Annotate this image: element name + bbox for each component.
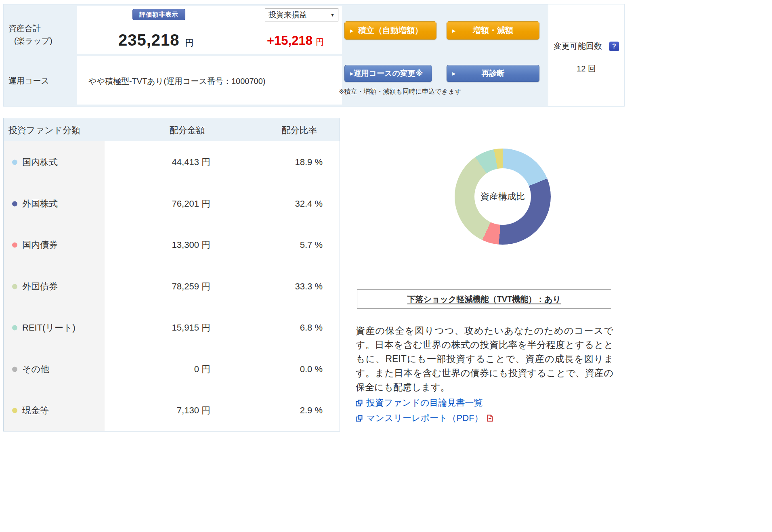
monthly-report-link-label: マンスリーレポート（PDF） (366, 412, 483, 424)
fund-ratio: 6.8 % (230, 323, 323, 333)
arrow-right-icon: ▶ (350, 28, 353, 33)
fund-label: 国内株式 (22, 156, 58, 168)
fund-label: その他 (22, 363, 49, 375)
fund-amount: 13,300 円 (105, 239, 210, 251)
fund-ratio: 2.9 % (230, 405, 323, 416)
fund-label: REIT(リート) (22, 322, 76, 334)
table-row: その他 0 円 0.0 % (4, 348, 340, 390)
pdf-icon (487, 415, 493, 422)
help-icon[interactable]: ? (609, 42, 619, 51)
tsumitate-button-label: 積立（自動増額） (358, 25, 423, 36)
table-row: REIT(リート) 15,915 円 6.8 % (4, 307, 340, 348)
fund-color-dot (12, 325, 17, 330)
tvt-feature-title: 下落ショック軽減機能（TVT機能）：あり (407, 294, 561, 305)
column-header-ratio: 配分比率 (254, 124, 345, 136)
fund-allocation-table: 投資ファンド分類 配分金額 配分比率 国内株式 44,413 円 18.9 % … (3, 118, 340, 431)
table-row: 外国株式 76,201 円 32.4 % (4, 183, 340, 224)
course-value: やや積極型-TVTあり(運用コース番号：1000700) (88, 76, 265, 87)
asset-total-label: 資産合計 (楽ラップ) (8, 22, 52, 47)
arrow-right-icon: ▶ (350, 71, 353, 76)
arrow-right-icon: ▶ (452, 28, 455, 33)
column-header-fund-class: 投資ファンド分類 (8, 124, 80, 136)
fund-label: 現金等 (22, 404, 49, 417)
prospectus-link-label: 投資ファンドの目論見書一覧 (366, 397, 483, 409)
fund-color-dot (12, 159, 17, 165)
fund-amount: 76,201 円 (105, 198, 210, 210)
asset-total-label-line1: 資産合計 (8, 22, 52, 35)
asset-donut-chart: 資産構成比 (455, 149, 551, 245)
external-link-icon (356, 400, 363, 406)
course-description: 資産の保全を図りつつ、攻めたいあなたのためのコースです。日本を含む世界の株式の投… (356, 324, 613, 394)
change-count-panel: 変更可能回数 ? 12 回 (548, 4, 625, 107)
prospectus-link[interactable]: 投資ファンドの目論見書一覧 (356, 397, 493, 409)
rakuten-wrap-dashboard: 資産合計 (楽ラップ) 評価額非表示 235,218 円 投資来損益 ▼ +15… (0, 0, 772, 532)
rediagnosis-button-label: 再診断 (482, 68, 505, 79)
hide-valuation-button[interactable]: 評価額非表示 (132, 9, 185, 20)
monthly-report-link[interactable]: マンスリーレポート（PDF） (356, 412, 493, 424)
external-link-icon (356, 415, 363, 422)
fund-color-dot (12, 408, 17, 413)
course-label: 運用コース (8, 75, 49, 86)
change-course-button[interactable]: ▶ 運用コースの変更※ (344, 65, 432, 82)
fund-amount: 15,915 円 (105, 322, 210, 334)
tvt-feature-box: 下落ショック軽減機能（TVT機能）：あり (357, 289, 611, 309)
fund-label: 外国株式 (22, 198, 58, 210)
total-asset-unit: 円 (185, 37, 194, 48)
zougaku-gengaku-button[interactable]: ▶ 増額・減額 (447, 21, 539, 40)
donut-center: 資産構成比 (474, 168, 531, 225)
tsumitate-button[interactable]: ▶ 積立（自動増額） (344, 21, 436, 40)
rediagnosis-button[interactable]: ▶ 再診断 (447, 65, 539, 82)
total-asset-value: 235,218 (118, 31, 180, 49)
table-header-row: 投資ファンド分類 配分金額 配分比率 (4, 118, 340, 141)
fund-amount: 78,259 円 (105, 281, 210, 293)
change-count-label: 変更可能回数 (554, 41, 602, 52)
arrow-right-icon: ▶ (452, 71, 455, 76)
fund-amount: 0 円 (105, 363, 210, 375)
simultaneous-apply-note: ※積立・増額・減額も同時に申込できます (339, 88, 462, 96)
account-summary-panel: 資産合計 (楽ラップ) 評価額非表示 235,218 円 投資来損益 ▼ +15… (3, 4, 548, 107)
change-course-button-label: 運用コースの変更※ (354, 68, 423, 79)
document-links: 投資ファンドの目論見書一覧 マンスリーレポート（PDF） (356, 397, 493, 427)
pl-period-select[interactable]: 投資来損益 ▼ (265, 8, 338, 21)
change-count-value: 12 回 (548, 63, 624, 74)
fund-label: 外国債券 (22, 281, 58, 293)
column-header-amount: 配分金額 (142, 124, 233, 136)
fund-ratio: 0.0 % (230, 364, 323, 375)
table-row: 現金等 7,130 円 2.9 % (4, 390, 340, 431)
table-row: 国内債券 13,300 円 5.7 % (4, 224, 340, 266)
asset-total-label-line2: (楽ラップ) (8, 35, 52, 47)
fund-label: 国内債券 (22, 239, 58, 251)
pl-unit: 円 (316, 37, 324, 48)
fund-ratio: 18.9 % (230, 157, 323, 168)
change-count-label-row: 変更可能回数 ? (548, 41, 624, 52)
donut-center-label: 資産構成比 (480, 191, 525, 203)
table-row: 国内株式 44,413 円 18.9 % (4, 141, 340, 183)
fund-color-dot (12, 242, 17, 247)
fund-color-dot (12, 201, 17, 206)
pl-select-value: 投資来損益 (269, 10, 307, 20)
fund-ratio: 5.7 % (230, 240, 323, 250)
pl-value: +15,218 (267, 34, 313, 48)
chevron-down-icon: ▼ (330, 13, 335, 17)
fund-color-dot (12, 284, 17, 289)
table-row: 外国債券 78,259 円 33.3 % (4, 266, 340, 307)
fund-ratio: 33.3 % (230, 281, 323, 292)
zougaku-gengaku-button-label: 増額・減額 (473, 25, 513, 36)
pl-amount-row: +15,218 円 (267, 34, 324, 48)
fund-amount: 44,413 円 (105, 156, 210, 168)
fund-color-dot (12, 367, 17, 372)
fund-amount: 7,130 円 (105, 404, 210, 417)
fund-ratio: 32.4 % (230, 199, 323, 209)
total-asset-amount: 235,218 円 (118, 31, 194, 49)
